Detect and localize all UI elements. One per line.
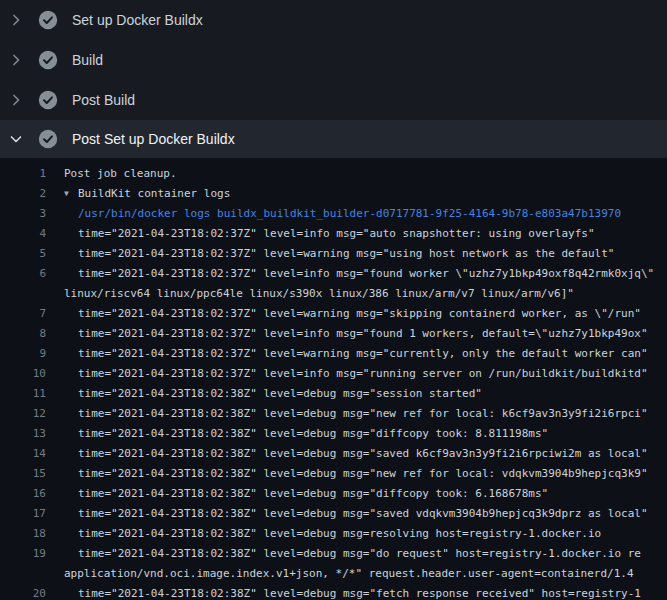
- log-line[interactable]: ▼linux/riscv64 linux/ppc64le linux/s390x…: [0, 284, 667, 304]
- line-number[interactable]: 10: [0, 364, 46, 384]
- line-number[interactable]: 3: [0, 204, 46, 224]
- log-line[interactable]: 6 ▼time="2021-04-23T18:02:37Z" level=inf…: [0, 264, 667, 284]
- line-content: ▼time="2021-04-23T18:02:38Z" level=debug…: [78, 584, 641, 600]
- log-line[interactable]: 3 ▼/usr/bin/docker logs buildx_buildkit_…: [0, 204, 667, 224]
- line-number[interactable]: 13: [0, 424, 46, 444]
- line-content: ▼time="2021-04-23T18:02:37Z" level=warni…: [78, 244, 614, 264]
- log-view: 1 ▼Post job cleanup. 2 ▼BuildKit contain…: [0, 158, 667, 600]
- line-number[interactable]: 8: [0, 324, 46, 344]
- log-line[interactable]: 1 ▼Post job cleanup.: [0, 164, 667, 184]
- check-circle-icon: [38, 10, 58, 30]
- log-line[interactable]: 18 ▼time="2021-04-23T18:02:38Z" level=de…: [0, 524, 667, 544]
- line-number[interactable]: 7: [0, 304, 46, 324]
- line-content: ▼time="2021-04-23T18:02:37Z" level=warni…: [78, 304, 641, 324]
- log-line[interactable]: 7 ▼time="2021-04-23T18:02:37Z" level=war…: [0, 304, 667, 324]
- line-number[interactable]: 11: [0, 384, 46, 404]
- line-text: time="2021-04-23T18:02:37Z" level=warnin…: [78, 247, 614, 260]
- log-line[interactable]: 14 ▼time="2021-04-23T18:02:38Z" level=de…: [0, 444, 667, 464]
- log-line[interactable]: 19 ▼time="2021-04-23T18:02:38Z" level=de…: [0, 544, 667, 564]
- chevron-right-icon[interactable]: [8, 92, 24, 108]
- line-number[interactable]: 16: [0, 484, 46, 504]
- line-content: ▼Post job cleanup.: [64, 164, 177, 184]
- line-content: ▼time="2021-04-23T18:02:37Z" level=info …: [78, 324, 648, 344]
- log-line[interactable]: 20 ▼time="2021-04-23T18:02:38Z" level=de…: [0, 584, 667, 600]
- line-content: ▼time="2021-04-23T18:02:37Z" level=info …: [78, 264, 654, 284]
- line-number[interactable]: 14: [0, 444, 46, 464]
- line-number[interactable]: 12: [0, 404, 46, 424]
- log-line[interactable]: 5 ▼time="2021-04-23T18:02:37Z" level=war…: [0, 244, 667, 264]
- line-content: ▼time="2021-04-23T18:02:38Z" level=debug…: [78, 404, 648, 424]
- line-text: time="2021-04-23T18:02:38Z" level=debug …: [78, 547, 641, 560]
- line-content: ▼time="2021-04-23T18:02:38Z" level=debug…: [78, 484, 548, 504]
- log-line[interactable]: 16 ▼time="2021-04-23T18:02:38Z" level=de…: [0, 484, 667, 504]
- line-number[interactable]: 1: [0, 164, 46, 184]
- line-content: ▼/usr/bin/docker logs buildx_buildkit_bu…: [78, 204, 621, 224]
- line-text: time="2021-04-23T18:02:38Z" level=debug …: [78, 587, 641, 600]
- line-content: ▼time="2021-04-23T18:02:38Z" level=debug…: [78, 464, 648, 484]
- line-text: time="2021-04-23T18:02:37Z" level=warnin…: [78, 307, 641, 320]
- line-text: time="2021-04-23T18:02:37Z" level=info m…: [78, 367, 648, 380]
- line-number[interactable]: 2: [0, 184, 46, 204]
- log-line[interactable]: 13 ▼time="2021-04-23T18:02:38Z" level=de…: [0, 424, 667, 444]
- line-number[interactable]: 6: [0, 264, 46, 284]
- line-number[interactable]: 9: [0, 344, 46, 364]
- line-content: ▼time="2021-04-23T18:02:38Z" level=debug…: [78, 444, 648, 464]
- step-row[interactable]: Build: [0, 40, 667, 80]
- line-text: time="2021-04-23T18:02:38Z" level=debug …: [78, 467, 648, 480]
- line-number[interactable]: 20: [0, 584, 46, 600]
- chevron-right-icon[interactable]: [8, 52, 24, 68]
- step-row[interactable]: Set up Docker Buildx: [0, 0, 667, 40]
- log-line[interactable]: 4 ▼time="2021-04-23T18:02:37Z" level=inf…: [0, 224, 667, 244]
- line-text: time="2021-04-23T18:02:37Z" level=info m…: [78, 227, 595, 240]
- log-line[interactable]: ▼application/vnd.oci.image.index.v1+json…: [0, 564, 667, 584]
- log-line[interactable]: 15 ▼time="2021-04-23T18:02:38Z" level=de…: [0, 464, 667, 484]
- line-text: Post job cleanup.: [64, 167, 177, 180]
- line-text: time="2021-04-23T18:02:37Z" level=info m…: [78, 267, 654, 280]
- step-row[interactable]: Post Build: [0, 80, 667, 120]
- check-circle-icon: [38, 129, 58, 149]
- line-number[interactable]: 17: [0, 504, 46, 524]
- line-number[interactable]: 4: [0, 224, 46, 244]
- step-label: Build: [72, 52, 103, 68]
- line-content: ▼time="2021-04-23T18:02:38Z" level=debug…: [78, 424, 548, 444]
- chevron-down-icon[interactable]: [8, 131, 24, 147]
- line-content: ▼time="2021-04-23T18:02:37Z" level=info …: [78, 364, 648, 384]
- line-number[interactable]: [0, 284, 46, 304]
- check-circle-icon: [38, 90, 58, 110]
- line-number[interactable]: [0, 564, 46, 584]
- line-text: time="2021-04-23T18:02:38Z" level=debug …: [78, 387, 482, 400]
- step-label: Set up Docker Buildx: [72, 12, 203, 28]
- log-line[interactable]: 9 ▼time="2021-04-23T18:02:37Z" level=war…: [0, 344, 667, 364]
- log-line[interactable]: 10 ▼time="2021-04-23T18:02:37Z" level=in…: [0, 364, 667, 384]
- line-number[interactable]: 15: [0, 464, 46, 484]
- line-text: application/vnd.oci.image.index.v1+json,…: [64, 567, 634, 580]
- line-content: ▼time="2021-04-23T18:02:38Z" level=debug…: [78, 504, 648, 524]
- line-content: ▼BuildKit container logs: [64, 184, 230, 204]
- log-line[interactable]: 17 ▼time="2021-04-23T18:02:38Z" level=de…: [0, 504, 667, 524]
- line-content: ▼time="2021-04-23T18:02:38Z" level=debug…: [78, 384, 482, 404]
- check-circle-icon: [38, 50, 58, 70]
- log-line[interactable]: 11 ▼time="2021-04-23T18:02:38Z" level=de…: [0, 384, 667, 404]
- step-label: Post Build: [72, 92, 135, 108]
- step-row[interactable]: Post Set up Docker Buildx: [0, 120, 667, 158]
- step-label: Post Set up Docker Buildx: [72, 131, 235, 147]
- line-number[interactable]: 18: [0, 524, 46, 544]
- line-content: ▼application/vnd.oci.image.index.v1+json…: [64, 564, 634, 584]
- line-text: linux/riscv64 linux/ppc64le linux/s390x …: [64, 287, 574, 300]
- group-caret-icon[interactable]: ▼: [64, 184, 78, 204]
- line-content: ▼time="2021-04-23T18:02:38Z" level=debug…: [78, 544, 641, 564]
- log-line[interactable]: 12 ▼time="2021-04-23T18:02:38Z" level=de…: [0, 404, 667, 424]
- line-number[interactable]: 19: [0, 544, 46, 564]
- line-content: ▼linux/riscv64 linux/ppc64le linux/s390x…: [64, 284, 574, 304]
- log-line[interactable]: 8 ▼time="2021-04-23T18:02:37Z" level=inf…: [0, 324, 667, 344]
- line-number[interactable]: 5: [0, 244, 46, 264]
- log-line[interactable]: 2 ▼BuildKit container logs: [0, 184, 667, 204]
- line-text: BuildKit container logs: [78, 187, 230, 200]
- line-text: time="2021-04-23T18:02:37Z" level=warnin…: [78, 347, 648, 360]
- line-text: time="2021-04-23T18:02:37Z" level=info m…: [78, 327, 648, 340]
- chevron-right-icon[interactable]: [8, 12, 24, 28]
- line-text: /usr/bin/docker logs buildx_buildkit_bui…: [78, 207, 621, 220]
- line-text: time="2021-04-23T18:02:38Z" level=debug …: [78, 427, 548, 440]
- line-text: time="2021-04-23T18:02:38Z" level=debug …: [78, 507, 648, 520]
- line-content: ▼time="2021-04-23T18:02:37Z" level=info …: [78, 224, 595, 244]
